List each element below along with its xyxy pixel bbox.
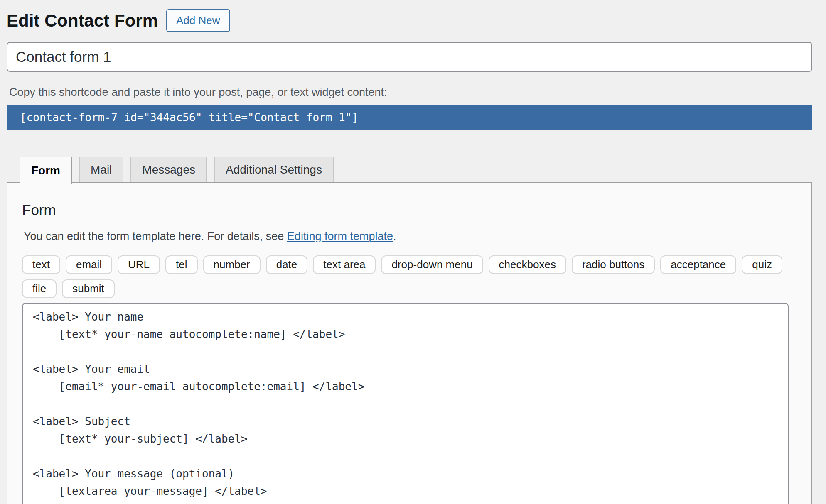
tag-button-radio-buttons[interactable]: radio buttons bbox=[572, 255, 655, 274]
description-text-after: . bbox=[393, 230, 396, 242]
tag-button-date[interactable]: date bbox=[266, 255, 308, 274]
form-title-input[interactable] bbox=[7, 42, 812, 72]
tag-button-quiz[interactable]: quiz bbox=[742, 255, 782, 274]
panel-heading: Form bbox=[22, 202, 797, 218]
tag-button-file[interactable]: file bbox=[22, 279, 57, 298]
page-header: Edit Contact Form Add New bbox=[7, 9, 812, 32]
tag-button-acceptance[interactable]: acceptance bbox=[660, 255, 736, 274]
tag-button-checkboxes[interactable]: checkboxes bbox=[489, 255, 566, 274]
form-editor: Form Mail Messages Additional Settings F… bbox=[7, 157, 812, 504]
tab-form[interactable]: Form bbox=[20, 157, 72, 184]
form-tab-panel: Form You can edit the form template here… bbox=[7, 182, 812, 504]
editor-tabs: Form Mail Messages Additional Settings bbox=[7, 157, 812, 182]
edit-contact-form-page: Edit Contact Form Add New Copy this shor… bbox=[0, 0, 826, 504]
tab-mail[interactable]: Mail bbox=[79, 157, 123, 182]
description-text-before: You can edit the form template here. For… bbox=[24, 230, 287, 242]
tag-button-url[interactable]: URL bbox=[118, 255, 160, 274]
shortcode-instruction-label: Copy this shortcode and paste it into yo… bbox=[9, 86, 812, 99]
tag-button-submit[interactable]: submit bbox=[62, 279, 115, 298]
tag-button-text[interactable]: text bbox=[22, 255, 60, 274]
shortcode-input[interactable] bbox=[7, 105, 812, 130]
tab-additional-settings[interactable]: Additional Settings bbox=[214, 157, 334, 182]
tag-button-number[interactable]: number bbox=[203, 255, 261, 274]
add-new-button[interactable]: Add New bbox=[166, 9, 230, 32]
page-title: Edit Contact Form bbox=[7, 11, 158, 31]
tag-button-tel[interactable]: tel bbox=[165, 255, 197, 274]
tag-button-text-area[interactable]: text area bbox=[313, 255, 376, 274]
panel-description: You can edit the form template here. For… bbox=[24, 230, 797, 243]
tag-generator-buttons: text email URL tel number date text area… bbox=[22, 255, 797, 298]
tab-messages[interactable]: Messages bbox=[130, 157, 207, 182]
form-template-editor[interactable]: <label> Your name [text* your-name autoc… bbox=[22, 303, 789, 504]
tag-button-drop-down-menu[interactable]: drop-down menu bbox=[381, 255, 483, 274]
tag-button-email[interactable]: email bbox=[66, 255, 112, 274]
editing-form-template-link[interactable]: Editing form template bbox=[287, 230, 393, 242]
